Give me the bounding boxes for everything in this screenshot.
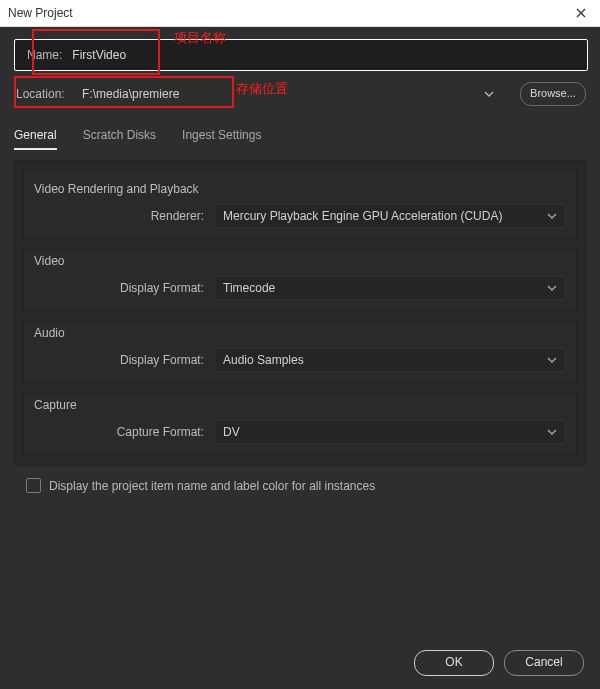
capture-format-label: Capture Format: [34,425,214,439]
window-title: New Project [0,6,73,20]
section-capture-title: Capture [34,398,586,412]
section-audio-title: Audio [34,326,586,340]
section-render: Video Rendering and Playback Renderer: M… [23,169,577,239]
name-label: Name: [15,48,70,62]
audio-format-dropdown[interactable]: Audio Samples [214,348,566,372]
general-panel: Video Rendering and Playback Renderer: M… [14,160,586,466]
section-audio: Audio Display Format: Audio Samples [23,321,577,383]
chevron-down-icon [547,429,557,435]
video-format-value: Timecode [223,281,275,295]
tab-general[interactable]: General [14,122,57,150]
renderer-value: Mercury Playback Engine GPU Acceleration… [223,209,502,223]
button-bar: OK Cancel [414,650,584,676]
tab-ingest-settings[interactable]: Ingest Settings [182,122,261,150]
renderer-label: Renderer: [34,209,214,223]
location-label: Location: [14,87,76,101]
audio-format-label: Display Format: [34,353,214,367]
section-render-title: Video Rendering and Playback [34,182,586,196]
video-format-label: Display Format: [34,281,214,295]
tab-scratch-disks[interactable]: Scratch Disks [83,122,156,150]
cancel-button[interactable]: Cancel [504,650,584,676]
video-format-dropdown[interactable]: Timecode [214,276,566,300]
name-field-wrap: Name: [14,39,588,71]
chevron-down-icon [547,285,557,291]
location-path[interactable]: F:\media\premiere [76,83,484,105]
display-instances-label: Display the project item name and label … [49,479,375,493]
tabs: General Scratch Disks Ingest Settings [14,122,586,150]
project-name-input[interactable] [70,42,587,68]
browse-button[interactable]: Browse... [520,82,586,106]
location-row: Location: F:\media\premiere Browse... 存储… [14,82,586,106]
chevron-down-icon [484,91,494,97]
capture-format-value: DV [223,425,240,439]
capture-format-dropdown[interactable]: DV [214,420,566,444]
section-capture: Capture Capture Format: DV [23,393,577,455]
close-button[interactable] [562,0,600,26]
location-dropdown[interactable] [484,91,514,97]
display-instances-checkbox[interactable] [26,478,41,493]
chevron-down-icon [547,357,557,363]
ok-button[interactable]: OK [414,650,494,676]
audio-format-value: Audio Samples [223,353,304,367]
display-instances-row: Display the project item name and label … [14,466,586,493]
dialog-body: Name: 项目名称 Location: F:\media\premiere B… [0,27,600,689]
titlebar: New Project [0,0,600,27]
chevron-down-icon [547,213,557,219]
section-video: Video Display Format: Timecode [23,249,577,311]
section-video-title: Video [34,254,586,268]
window: New Project Name: 项目名称 Location: F:\medi… [0,0,600,689]
close-icon [576,8,586,18]
renderer-dropdown[interactable]: Mercury Playback Engine GPU Acceleration… [214,204,566,228]
